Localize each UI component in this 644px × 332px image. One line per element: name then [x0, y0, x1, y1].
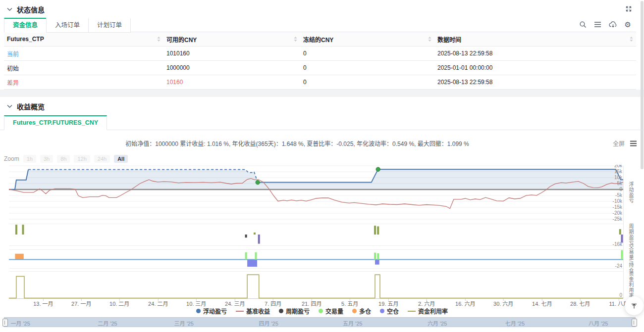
navigator-month-label: 一月 '25	[10, 319, 30, 327]
column-label: 数据时间	[437, 35, 461, 44]
svg-text:13. 一月: 13. 一月	[33, 301, 53, 307]
svg-text:-16k: -16k	[613, 241, 623, 247]
row-label: 初始	[4, 61, 163, 75]
svg-text:-25k: -25k	[613, 216, 623, 222]
menu-icon[interactable]	[594, 21, 601, 28]
profit-tabs: Futures_CTP.FUTURES_CNY	[4, 115, 107, 130]
legend-marker	[408, 311, 416, 312]
svg-text:7. 四月: 7. 四月	[265, 301, 281, 307]
chart-toolbar: 全屏	[613, 139, 637, 147]
scrollbar-thumb[interactable]	[641, 1, 644, 169]
legend-item-周期盈亏[interactable]: 周期盈亏	[279, 307, 310, 315]
svg-text:24. 三月: 24. 三月	[225, 301, 245, 307]
performance-stats: 初始净值：1000000 累计收益: 1.016 %, 年化收益(365天)：1…	[0, 139, 594, 147]
settings-icon[interactable]: ⚙	[625, 21, 631, 28]
navigator-month-label: 八月 '25	[589, 319, 608, 327]
zoom-All-button[interactable]: All	[114, 155, 128, 163]
table-toolbar: ⚙	[579, 21, 631, 28]
navigator-month-label: 三月 '25	[174, 319, 194, 327]
sort-icon[interactable]	[428, 37, 431, 42]
profit-section: 收益概览 Futures_CTP.FUTURES_CNY 初始净值：100000…	[0, 97, 644, 332]
status-section-header: 状态信息	[7, 4, 45, 14]
row-label: 差异	[4, 75, 163, 90]
svg-text:2. 六月: 2. 六月	[418, 301, 435, 307]
y-axis-title: 资金利用率	[627, 271, 635, 298]
sort-icon[interactable]	[630, 37, 633, 42]
zoom-12h-button: 12h	[74, 155, 90, 163]
status-section: 状态信息 资金信息入场订单计划订单 ⚙ Futures_CTP可用的CNY冻结的…	[0, 0, 644, 90]
svg-text:10k: 10k	[614, 175, 623, 180]
frozen-cny: 0	[300, 75, 434, 90]
y-axis-title: 浮动盈亏	[627, 182, 635, 203]
navigator-left-handle[interactable]	[2, 319, 8, 327]
chart-legend: 浮动盈亏基准收益周期盈亏交易量多仓空仓资金利用率	[0, 307, 644, 315]
zoom-3h-button: 3h	[40, 155, 53, 163]
chart-menu-icon[interactable]	[630, 141, 637, 146]
fullscreen-button[interactable]: 全屏	[613, 139, 625, 147]
zoom-range-selector: Zoom 1h3h8h12h24hAll	[4, 155, 128, 163]
legend-marker	[236, 311, 244, 312]
tab-计划订单[interactable]: 计划订单	[88, 18, 131, 33]
svg-text:0: 0	[619, 187, 622, 192]
svg-text:-10k: -10k	[613, 198, 623, 204]
legend-label: 资金利用率	[418, 307, 448, 315]
cloud-download-icon[interactable]	[609, 21, 617, 28]
svg-text:5k: 5k	[617, 181, 623, 186]
available-cny: 1010160	[163, 47, 300, 61]
frozen-cny: 0	[300, 47, 434, 61]
svg-text:28. 七月: 28. 七月	[570, 301, 590, 307]
legend-item-基准收益[interactable]: 基准收益	[236, 307, 270, 315]
navigator-month-label: 五月 '25	[343, 319, 362, 327]
sort-icon[interactable]	[157, 37, 161, 42]
funds-table: Futures_CTP可用的CNY冻结的CNY数据时间 当前1010160020…	[4, 32, 636, 90]
svg-text:-15k: -15k	[613, 204, 623, 210]
sort-icon[interactable]	[294, 37, 297, 42]
zoom-8h-button: 8h	[57, 155, 70, 163]
legend-label: 基准收益	[246, 307, 270, 315]
column-header: 冻结的CNY	[300, 32, 434, 47]
data-time: 2025-08-13 22:59:58	[434, 47, 636, 61]
chevron-down-icon[interactable]	[7, 7, 12, 11]
legend-label: 多仓	[359, 307, 371, 315]
column-label: 可用的CNY	[166, 35, 197, 44]
row-label[interactable]: 当前	[4, 47, 163, 61]
svg-text:19. 五月: 19. 五月	[378, 301, 398, 307]
svg-text:0: 0	[619, 292, 622, 298]
table-header-row: Futures_CTP可用的CNY冻结的CNY数据时间	[4, 32, 636, 47]
tab-入场订单[interactable]: 入场订单	[46, 18, 89, 33]
legend-item-交易量[interactable]: 交易量	[319, 307, 343, 315]
chevron-down-icon[interactable]	[7, 104, 12, 108]
navigator-right-handle[interactable]	[632, 319, 637, 327]
navigator-month-label: 二月 '25	[98, 319, 117, 327]
tab-资金信息[interactable]: 资金信息	[4, 18, 47, 33]
profit-chart[interactable]: 13. 一月27. 一月10. 二月24. 二月10. 三月24. 三月7. 四…	[0, 165, 644, 309]
zoom-1h-button: 1h	[23, 155, 36, 163]
svg-text:21. 四月: 21. 四月	[302, 301, 322, 307]
svg-text:-20k: -20k	[613, 210, 623, 216]
svg-text:10. 三月: 10. 三月	[186, 301, 206, 307]
search-icon[interactable]	[579, 21, 587, 28]
back-to-top-button[interactable]	[625, 296, 644, 315]
legend-marker	[196, 309, 201, 313]
legend-item-浮动盈亏[interactable]: 浮动盈亏	[196, 307, 227, 315]
legend-marker	[279, 309, 283, 313]
legend-item-多仓[interactable]: 多仓	[352, 307, 371, 315]
legend-item-空仓[interactable]: 空仓	[380, 307, 399, 315]
profit-section-title: 收益概览	[17, 101, 45, 111]
legend-label: 空仓	[387, 307, 399, 315]
svg-text:24. 二月: 24. 二月	[148, 301, 168, 307]
legend-marker	[319, 309, 323, 313]
chart-navigator[interactable]: 一月 '25二月 '25三月 '25四月 '25五月 '25六月 '25七月 '…	[4, 317, 636, 327]
legend-label: 交易量	[325, 307, 343, 315]
legend-item-资金利用率[interactable]: 资金利用率	[408, 307, 448, 315]
tab-futures-ctp-futures-cny[interactable]: Futures_CTP.FUTURES_CNY	[4, 115, 107, 130]
expand-icon[interactable]	[625, 5, 632, 14]
table-row: 初始100000002025-01-01 00:00:00	[4, 61, 636, 75]
svg-text:15k: 15k	[614, 169, 623, 174]
svg-text:27. 一月: 27. 一月	[71, 301, 91, 307]
table-row: 差异1016002025-08-13 22:59:58	[4, 75, 636, 90]
svg-text:14. 七月: 14. 七月	[532, 301, 552, 307]
page-scrollbar[interactable]	[640, 0, 644, 332]
frozen-cny: 0	[300, 61, 434, 75]
status-tabs: 资金信息入场订单计划订单	[4, 18, 131, 33]
